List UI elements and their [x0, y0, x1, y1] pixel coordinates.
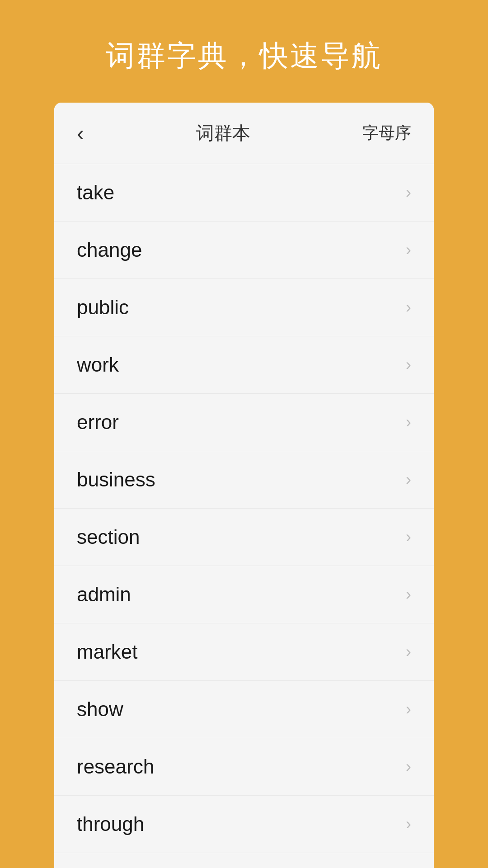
word-label: business: [77, 468, 155, 491]
chevron-right-icon: ›: [406, 701, 411, 717]
word-label: admin: [77, 583, 131, 606]
list-item[interactable]: result›: [54, 853, 434, 868]
list-item[interactable]: public›: [54, 279, 434, 336]
word-label: work: [77, 354, 119, 376]
word-label: error: [77, 411, 119, 434]
back-button[interactable]: ‹: [77, 123, 84, 144]
word-list: take›change›public›work›error›business›s…: [54, 164, 434, 868]
chevron-right-icon: ›: [406, 414, 411, 430]
word-label: through: [77, 813, 144, 835]
word-label: change: [77, 239, 142, 261]
chevron-right-icon: ›: [406, 357, 411, 373]
list-item[interactable]: business›: [54, 451, 434, 509]
chevron-right-icon: ›: [406, 816, 411, 832]
list-item[interactable]: take›: [54, 164, 434, 222]
chevron-right-icon: ›: [406, 242, 411, 258]
list-item[interactable]: show›: [54, 681, 434, 738]
chevron-right-icon: ›: [406, 472, 411, 488]
chevron-right-icon: ›: [406, 586, 411, 603]
word-label: take: [77, 181, 114, 204]
list-item[interactable]: market›: [54, 623, 434, 681]
list-item[interactable]: change›: [54, 222, 434, 279]
list-item[interactable]: error›: [54, 394, 434, 451]
list-item[interactable]: research›: [54, 738, 434, 796]
word-label: public: [77, 296, 129, 319]
word-card: ‹ 词群本 字母序 take›change›public›work›error›…: [54, 103, 434, 868]
word-label: show: [77, 698, 123, 721]
list-item[interactable]: section›: [54, 509, 434, 566]
header-title: 词群本: [196, 121, 250, 146]
list-item[interactable]: admin›: [54, 566, 434, 623]
word-label: research: [77, 755, 154, 778]
word-label: section: [77, 526, 140, 548]
list-item[interactable]: work›: [54, 336, 434, 394]
list-item[interactable]: through›: [54, 796, 434, 853]
word-label: market: [77, 641, 137, 663]
sort-button[interactable]: 字母序: [362, 122, 411, 144]
chevron-right-icon: ›: [406, 644, 411, 660]
chevron-right-icon: ›: [406, 299, 411, 316]
chevron-right-icon: ›: [406, 184, 411, 201]
chevron-right-icon: ›: [406, 759, 411, 775]
page-title: 词群字典，快速导航: [88, 0, 400, 103]
chevron-right-icon: ›: [406, 529, 411, 545]
card-header: ‹ 词群本 字母序: [54, 103, 434, 164]
